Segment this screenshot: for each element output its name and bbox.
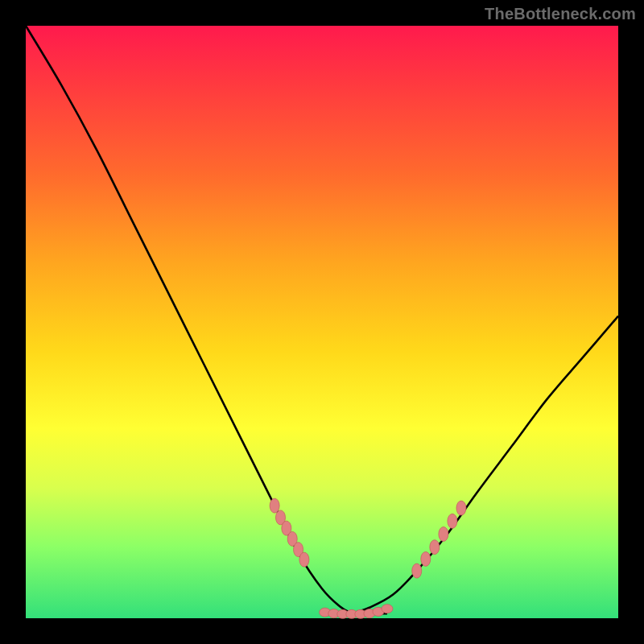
- data-marker: [448, 514, 457, 528]
- bottleneck-curve-svg: [26, 26, 618, 618]
- data-marker: [456, 501, 466, 515]
- marker-cluster-bottom: [320, 605, 393, 619]
- data-marker: [430, 540, 440, 555]
- data-marker: [421, 551, 431, 566]
- marker-cluster-left: [270, 498, 309, 567]
- data-marker: [412, 564, 422, 578]
- curve-right: [352, 316, 618, 613]
- gradient-plot-area: [26, 26, 618, 618]
- data-marker: [439, 526, 448, 541]
- marker-cluster-right: [412, 501, 466, 578]
- chart-frame: TheBottleneck.com: [0, 0, 644, 644]
- data-marker: [270, 498, 279, 513]
- watermark-text: TheBottleneck.com: [485, 5, 636, 23]
- curve-left: [26, 26, 352, 613]
- data-marker: [299, 552, 309, 567]
- data-marker: [382, 605, 393, 613]
